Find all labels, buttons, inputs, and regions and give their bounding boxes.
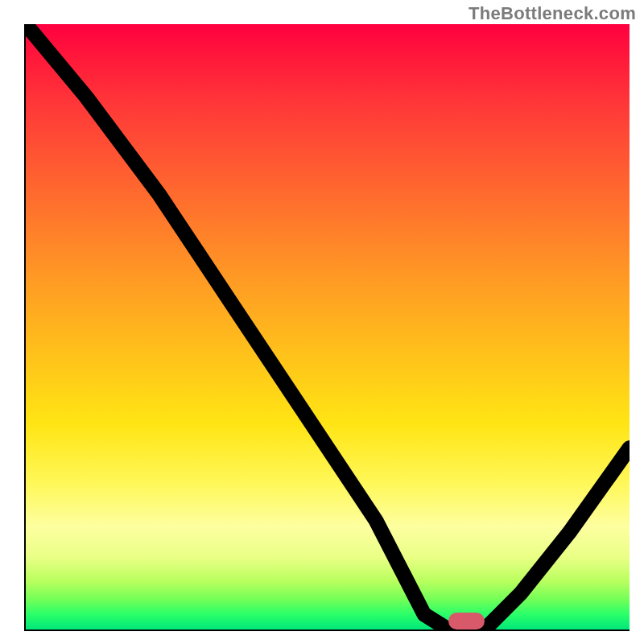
optimal-marker [448, 613, 485, 630]
watermark-text: TheBottleneck.com [469, 3, 636, 24]
bottleneck-curve-path [26, 24, 630, 630]
bottleneck-chart: TheBottleneck.com [0, 0, 644, 644]
plot-area [24, 24, 630, 631]
curve-layer [26, 24, 630, 630]
